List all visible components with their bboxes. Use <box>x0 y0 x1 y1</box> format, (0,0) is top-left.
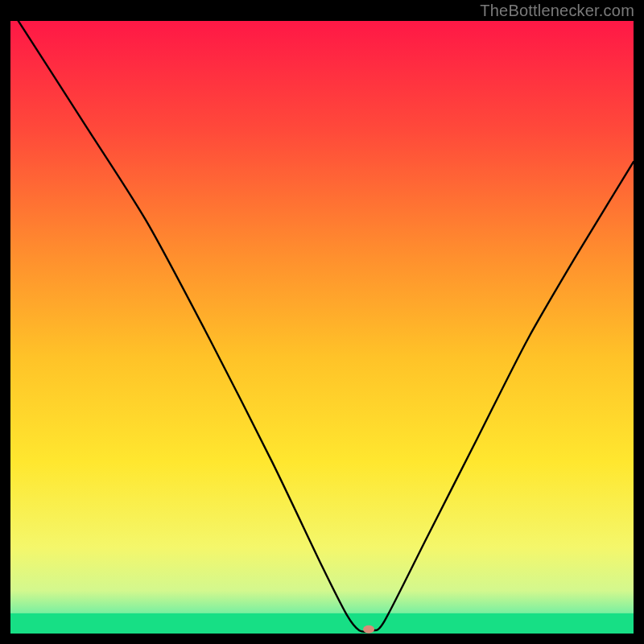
chart-plot-area <box>10 21 634 634</box>
optimal-marker <box>363 625 374 634</box>
watermark-text: TheBottlenecker.com <box>480 2 634 20</box>
optimal-band <box>10 613 634 634</box>
chart-svg <box>10 21 634 634</box>
gradient-background <box>10 21 634 634</box>
